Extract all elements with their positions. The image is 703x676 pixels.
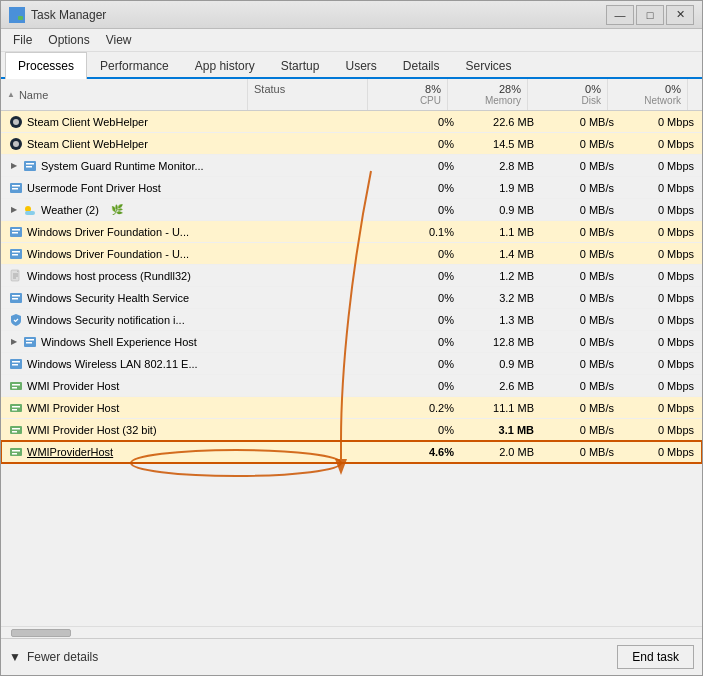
process-name: ▶ Windows Shell Experience Host <box>1 335 262 349</box>
expand-icon[interactable]: ▶ <box>9 205 19 215</box>
process-name: Usermode Font Driver Host <box>1 181 262 195</box>
table-row[interactable]: WMIProviderHost 4.6% 2.0 MB 0 MB/s 0 Mbp… <box>1 441 702 463</box>
table-row[interactable]: Windows Wireless LAN 802.11 E... 0% 0.9 … <box>1 353 702 375</box>
process-memory: 3.1 MB <box>462 424 542 436</box>
sys-icon <box>9 225 23 239</box>
process-name: ▶ System Guard Runtime Monitor... <box>1 159 262 173</box>
sys-icon <box>23 335 37 349</box>
menu-file[interactable]: File <box>5 31 40 49</box>
tab-users[interactable]: Users <box>332 52 389 79</box>
header-status[interactable]: Status <box>248 79 368 110</box>
minimize-button[interactable]: — <box>606 5 634 25</box>
process-memory: 2.6 MB <box>462 380 542 392</box>
task-manager-window: Task Manager — □ ✕ File Options View Pro… <box>0 0 703 676</box>
wmi-icon <box>9 379 23 393</box>
menu-view[interactable]: View <box>98 31 140 49</box>
process-table-body[interactable]: Steam Client WebHelper 0% 22.6 MB 0 MB/s… <box>1 111 702 626</box>
process-memory: 1.1 MB <box>462 226 542 238</box>
table-row[interactable]: ▶ Weather (2) 🌿 0% 0.9 MB 0 MB/s 0 Mbps <box>1 199 702 221</box>
table-row[interactable]: ▶ Windows Shell Experience Host 0% 12.8 … <box>1 331 702 353</box>
maximize-button[interactable]: □ <box>636 5 664 25</box>
wmi-icon <box>9 401 23 415</box>
svg-rect-9 <box>26 163 34 165</box>
process-cpu: 0.2% <box>382 402 462 414</box>
weather-leaf-icon: 🌿 <box>111 204 123 215</box>
expand-icon[interactable]: ▶ <box>9 161 19 171</box>
menu-options[interactable]: Options <box>40 31 97 49</box>
expand-icon[interactable]: ▶ <box>9 337 19 347</box>
table-wrapper: ▲ Name Status 8% CPU 28% Memory 0% Disk … <box>1 79 702 638</box>
tab-startup[interactable]: Startup <box>268 52 333 79</box>
svg-rect-47 <box>12 453 17 455</box>
tab-app-history[interactable]: App history <box>182 52 268 79</box>
steam-icon <box>9 115 23 129</box>
svg-rect-0 <box>11 10 16 14</box>
table-row[interactable]: WMI Provider Host 0% 2.6 MB 0 MB/s 0 Mbp… <box>1 375 702 397</box>
header-disk[interactable]: 0% Disk <box>528 79 608 110</box>
tab-details[interactable]: Details <box>390 52 453 79</box>
table-row[interactable]: Windows host process (Rundll32) 0% 1.2 M… <box>1 265 702 287</box>
process-cpu: 0% <box>382 336 462 348</box>
process-network: 0 Mbps <box>622 314 702 326</box>
tab-services[interactable]: Services <box>453 52 525 79</box>
process-memory: 0.9 MB <box>462 358 542 370</box>
table-row[interactable]: Windows Driver Foundation - U... 0.1% 1.… <box>1 221 702 243</box>
process-cpu: 0% <box>382 160 462 172</box>
header-network[interactable]: 0% Network <box>608 79 688 110</box>
svg-rect-40 <box>12 406 20 408</box>
svg-rect-31 <box>26 339 34 341</box>
process-cpu: 0% <box>382 204 462 216</box>
footer: ▼ Fewer details End task <box>1 638 702 675</box>
process-network: 0 Mbps <box>622 380 702 392</box>
sort-arrow: ▲ <box>7 90 15 99</box>
process-name: WMI Provider Host (32 bit) <box>1 423 262 437</box>
table-row[interactable]: WMI Provider Host 0.2% 11.1 MB 0 MB/s 0 … <box>1 397 702 419</box>
table-row[interactable]: Steam Client WebHelper 0% 14.5 MB 0 MB/s… <box>1 133 702 155</box>
process-disk: 0 MB/s <box>542 116 622 128</box>
process-disk: 0 MB/s <box>542 380 622 392</box>
tab-performance[interactable]: Performance <box>87 52 182 79</box>
end-task-button[interactable]: End task <box>617 645 694 669</box>
table-row[interactable]: Windows Security Health Service 0% 3.2 M… <box>1 287 702 309</box>
process-disk: 0 MB/s <box>542 204 622 216</box>
process-network: 0 Mbps <box>622 226 702 238</box>
process-network: 0 Mbps <box>622 116 702 128</box>
title-bar: Task Manager — □ ✕ <box>1 1 702 29</box>
process-cpu: 0% <box>382 292 462 304</box>
process-disk: 0 MB/s <box>542 226 622 238</box>
header-memory[interactable]: 28% Memory <box>448 79 528 110</box>
menu-bar: File Options View <box>1 29 702 52</box>
table-row[interactable]: Steam Client WebHelper 0% 22.6 MB 0 MB/s… <box>1 111 702 133</box>
table-row[interactable]: Usermode Font Driver Host 0% 1.9 MB 0 MB… <box>1 177 702 199</box>
fewer-details-button[interactable]: ▼ Fewer details <box>9 650 98 664</box>
process-cpu: 4.6% <box>382 446 462 458</box>
table-row[interactable]: ▶ System Guard Runtime Monitor... 0% 2.8… <box>1 155 702 177</box>
header-cpu[interactable]: 8% CPU <box>368 79 448 110</box>
steam-icon <box>9 137 23 151</box>
process-cpu: 0.1% <box>382 226 462 238</box>
sys-icon <box>9 291 23 305</box>
svg-rect-21 <box>12 254 18 256</box>
process-memory: 1.3 MB <box>462 314 542 326</box>
tab-processes[interactable]: Processes <box>5 52 87 79</box>
sys-icon <box>9 357 23 371</box>
table-row[interactable]: Windows Security notification i... 0% 1.… <box>1 309 702 331</box>
process-name: Windows Wireless LAN 802.11 E... <box>1 357 262 371</box>
svg-rect-41 <box>12 409 17 411</box>
doc-icon <box>9 269 23 283</box>
svg-rect-43 <box>12 428 20 430</box>
table-row[interactable]: Windows Driver Foundation - U... 0% 1.4 … <box>1 243 702 265</box>
close-button[interactable]: ✕ <box>666 5 694 25</box>
horizontal-scrollbar[interactable] <box>1 626 702 638</box>
process-cpu: 0% <box>382 138 462 150</box>
table-row[interactable]: WMI Provider Host (32 bit) 0% 3.1 MB 0 M… <box>1 419 702 441</box>
app-icon <box>9 7 25 23</box>
svg-rect-35 <box>12 364 18 366</box>
header-name[interactable]: ▲ Name <box>1 79 248 110</box>
svg-point-7 <box>13 141 19 147</box>
process-network: 0 Mbps <box>622 336 702 348</box>
window-controls: — □ ✕ <box>606 5 694 25</box>
svg-rect-34 <box>12 361 20 363</box>
process-network: 0 Mbps <box>622 138 702 150</box>
h-scroll-thumb[interactable] <box>11 629 71 637</box>
